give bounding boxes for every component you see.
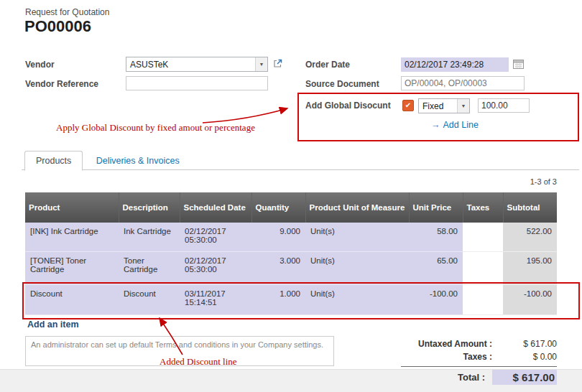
col-taxes[interactable]: Taxes bbox=[463, 192, 503, 223]
table-row-ink[interactable]: [INK] Ink Cartridge Ink Cartridge 02/12/… bbox=[25, 223, 557, 251]
cell-scheduled-date[interactable]: 02/12/2017 05:30:00 bbox=[180, 251, 251, 284]
cell-product[interactable]: [INK] Ink Cartridge bbox=[25, 223, 119, 251]
discount-amount-input[interactable] bbox=[478, 98, 530, 113]
purchase-order-form: Request for Quotation PO00006 Vendor ASU… bbox=[0, 0, 582, 392]
add-line-label: Add Line bbox=[443, 120, 479, 130]
arrow-right-icon: → bbox=[431, 120, 440, 130]
cell-taxes[interactable] bbox=[463, 251, 503, 284]
chevron-down-icon: ▼ bbox=[255, 57, 267, 71]
cell-uom[interactable]: Unit(s) bbox=[305, 284, 409, 314]
cell-scheduled-date[interactable]: 02/12/2017 05:30:00 bbox=[180, 223, 251, 251]
cell-uom[interactable]: Unit(s) bbox=[305, 223, 409, 251]
cell-taxes[interactable] bbox=[463, 284, 503, 314]
source-document-label: Source Document bbox=[305, 79, 379, 89]
tab-deliveries-invoices[interactable]: Deliveries & Invoices bbox=[86, 151, 190, 170]
cell-uom[interactable]: Unit(s) bbox=[305, 251, 409, 284]
col-unit-price[interactable]: Unit Price bbox=[409, 192, 463, 223]
external-link-icon[interactable] bbox=[272, 58, 283, 69]
totals-divider bbox=[401, 366, 557, 367]
order-date-label: Order Date bbox=[305, 60, 350, 70]
totals-block: Untaxed Amount : $ 617.00 Taxes : $ 0.00… bbox=[401, 337, 557, 386]
col-quantity[interactable]: Quantity bbox=[251, 192, 305, 223]
taxes-row: Taxes : $ 0.00 bbox=[401, 350, 557, 363]
annotation-discount-line-note: Added Discount line bbox=[160, 356, 237, 368]
untaxed-amount-label: Untaxed Amount : bbox=[401, 339, 499, 349]
cell-quantity[interactable]: 1.000 bbox=[251, 284, 305, 314]
chevron-down-icon: ▼ bbox=[457, 99, 469, 113]
annotation-global-discount-note: Apply Global Discount by fixed amout or … bbox=[56, 122, 255, 134]
untaxed-amount-value: $ 617.00 bbox=[499, 339, 557, 349]
vendor-reference-input[interactable] bbox=[126, 76, 268, 90]
col-product[interactable]: Product bbox=[25, 192, 119, 223]
total-row: Total : $ 617.00 bbox=[401, 368, 557, 386]
table-row-discount[interactable]: Discount Discount 03/11/2017 15:14:51 1.… bbox=[25, 284, 557, 314]
source-document-input[interactable] bbox=[401, 76, 525, 90]
order-lines-table: Product Description Scheduled Date Quant… bbox=[25, 192, 557, 315]
cell-taxes[interactable] bbox=[463, 223, 503, 251]
tab-products[interactable]: Products bbox=[24, 151, 83, 171]
page-title: PO00006 bbox=[24, 17, 91, 36]
vendor-value: ASUSTeK bbox=[126, 60, 255, 70]
order-date-input[interactable] bbox=[401, 57, 509, 72]
cell-scheduled-date[interactable]: 03/11/2017 15:14:51 bbox=[180, 284, 251, 314]
cell-unit-price[interactable]: 58.00 bbox=[409, 223, 463, 251]
col-uom[interactable]: Product Unit of Measure bbox=[305, 192, 409, 223]
discount-type-select[interactable]: Fixed ▼ bbox=[418, 98, 470, 113]
global-discount-checkbox[interactable]: ✔ bbox=[402, 100, 414, 111]
vendor-label: Vendor bbox=[25, 60, 55, 70]
cell-product[interactable]: [TONER] Toner Cartridge bbox=[25, 251, 119, 284]
global-discount-label: Add Global Disocunt bbox=[305, 101, 391, 111]
cell-subtotal[interactable]: 195.00 bbox=[503, 251, 557, 284]
cell-quantity[interactable]: 3.000 bbox=[251, 251, 305, 284]
untaxed-amount-row: Untaxed Amount : $ 617.00 bbox=[401, 337, 557, 350]
calendar-icon[interactable] bbox=[513, 59, 524, 69]
col-subtotal[interactable]: Subtotal bbox=[503, 192, 557, 223]
notebook-tabs: Products Deliveries & Invoices bbox=[22, 150, 579, 170]
cell-subtotal[interactable]: -100.00 bbox=[503, 284, 557, 314]
cell-product[interactable]: Discount bbox=[25, 284, 119, 314]
cell-description[interactable]: Discount bbox=[119, 284, 180, 314]
cell-description[interactable]: Ink Cartridge bbox=[119, 223, 180, 251]
total-label: Total : bbox=[401, 372, 492, 383]
cell-unit-price[interactable]: -100.00 bbox=[409, 284, 463, 314]
table-header-row: Product Description Scheduled Date Quant… bbox=[25, 192, 557, 223]
add-an-item-link[interactable]: Add an item bbox=[27, 319, 79, 330]
taxes-label: Taxes : bbox=[401, 352, 499, 362]
total-value: $ 617.00 bbox=[492, 370, 557, 385]
cell-unit-price[interactable]: 65.00 bbox=[409, 251, 463, 284]
vendor-select[interactable]: ASUSTeK ▼ bbox=[126, 57, 268, 72]
cell-description[interactable]: Toner Cartridge bbox=[119, 251, 180, 284]
taxes-value: $ 0.00 bbox=[499, 352, 557, 362]
breadcrumb: Request for Quotation bbox=[25, 7, 109, 17]
add-line-link[interactable]: →Add Line bbox=[431, 120, 479, 130]
col-description[interactable]: Description bbox=[119, 192, 180, 223]
discount-type-value: Fixed bbox=[419, 101, 457, 111]
vendor-reference-label: Vendor Reference bbox=[25, 79, 98, 89]
cell-subtotal[interactable]: 522.00 bbox=[503, 223, 557, 251]
pager: 1-3 of 3 bbox=[530, 177, 557, 186]
table-row-toner[interactable]: [TONER] Toner Cartridge Toner Cartridge … bbox=[25, 251, 557, 284]
col-scheduled-date[interactable]: Scheduled Date bbox=[180, 192, 251, 223]
cell-quantity[interactable]: 9.000 bbox=[251, 223, 305, 251]
